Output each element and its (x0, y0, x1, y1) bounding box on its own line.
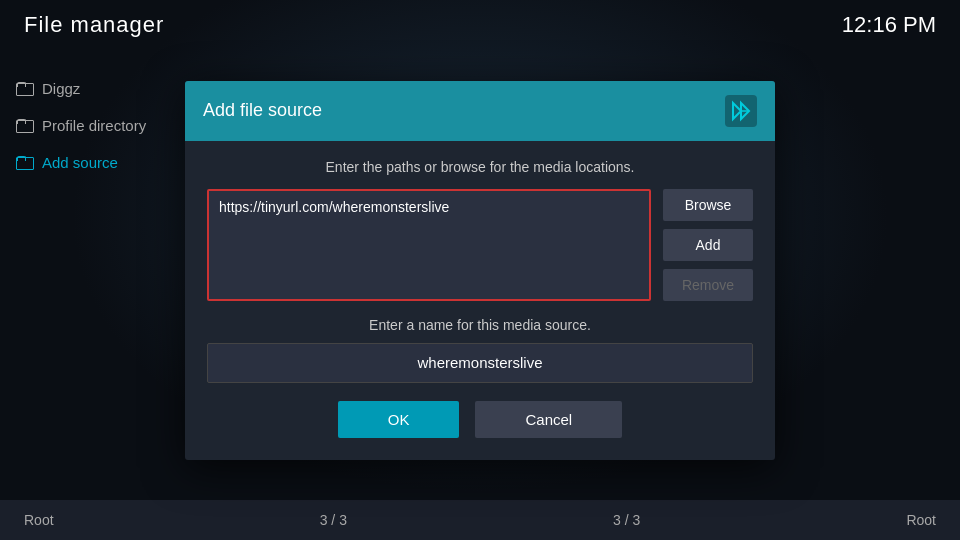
ok-button[interactable]: OK (338, 401, 460, 438)
dialog-header: Add file source (185, 81, 775, 141)
modal-overlay: Add file source Enter the paths or brows… (0, 0, 960, 540)
dialog-body: Enter the paths or browse for the media … (185, 141, 775, 460)
dialog-title: Add file source (203, 100, 322, 121)
remove-button[interactable]: Remove (663, 269, 753, 301)
add-button[interactable]: Add (663, 229, 753, 261)
name-input-wrapper[interactable]: wheremonsterslive (207, 343, 753, 383)
url-input[interactable] (219, 199, 639, 247)
path-instruction: Enter the paths or browse for the media … (207, 159, 753, 175)
dialog-footer: OK Cancel (207, 401, 753, 438)
side-buttons: Browse Add Remove (663, 189, 753, 301)
browse-button[interactable]: Browse (663, 189, 753, 221)
name-instruction: Enter a name for this media source. (207, 317, 753, 333)
add-file-source-dialog: Add file source Enter the paths or brows… (185, 81, 775, 460)
name-value: wheremonsterslive (417, 354, 542, 371)
url-input-wrapper[interactable] (207, 189, 651, 301)
kodi-logo-icon (725, 95, 757, 127)
cancel-button[interactable]: Cancel (475, 401, 622, 438)
url-row: Browse Add Remove (207, 189, 753, 301)
